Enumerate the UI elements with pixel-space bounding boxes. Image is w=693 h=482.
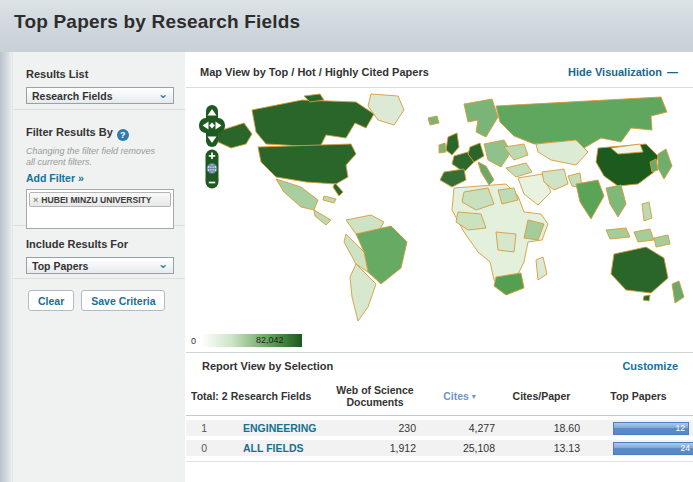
sidebar-actions: Clear Save Criteria bbox=[13, 279, 185, 311]
map-pan-control[interactable] bbox=[199, 105, 225, 147]
remove-filter-icon[interactable]: × bbox=[33, 195, 38, 205]
map-region-oceania bbox=[611, 235, 684, 303]
column-header-wos-documents[interactable]: Web of Science Documents bbox=[330, 384, 420, 408]
map-region-asia bbox=[568, 144, 672, 242]
wos-documents-value: 230 bbox=[330, 422, 420, 434]
customize-link[interactable]: Customize bbox=[622, 360, 678, 372]
hide-visualization-label: Hide Visualization bbox=[568, 66, 662, 78]
column-header-top-papers[interactable]: Top Papers bbox=[584, 390, 693, 402]
top-papers-cell: 24 bbox=[584, 442, 693, 455]
top-papers-bar: 24 bbox=[613, 442, 693, 455]
filter-note: Changing the filter field removes all cu… bbox=[26, 146, 166, 168]
main-panel: Map View by Top / Hot / Highly Cited Pap… bbox=[186, 52, 693, 482]
cites-value: 25,108 bbox=[420, 442, 499, 454]
include-results-section: Include Results For Top Papers ⌄ bbox=[13, 226, 185, 279]
map-region-south-america bbox=[344, 215, 407, 321]
map-zoom-control[interactable] bbox=[205, 149, 219, 189]
map-legend: 0 82,042 bbox=[191, 334, 302, 347]
table-row: 0 ALL FIELDS 1,912 25,108 13.13 24 bbox=[186, 440, 693, 456]
report-header: Report View by Selection Customize bbox=[186, 353, 693, 377]
active-filters-box: × HUBEI MINZU UNIVERSITY bbox=[26, 189, 174, 229]
clear-button[interactable]: Clear bbox=[28, 290, 74, 311]
map-area: 0 82,042 bbox=[186, 88, 693, 352]
cites-per-paper-value: 18.60 bbox=[499, 422, 584, 434]
wos-documents-value: 1,912 bbox=[330, 442, 420, 454]
results-list-dropdown[interactable]: Research Fields ⌄ bbox=[26, 87, 174, 104]
world-choropleth-map[interactable] bbox=[206, 92, 686, 332]
include-results-selected: Top Papers bbox=[32, 260, 88, 272]
results-list-label: Results List bbox=[26, 68, 172, 80]
table-header-row: Total: 2 Research Fields Web of Science … bbox=[186, 377, 693, 416]
legend-gradient-bar: 82,042 bbox=[201, 334, 302, 347]
row-rank: 1 bbox=[186, 422, 212, 434]
column-header-research-fields[interactable]: Research Fields bbox=[212, 390, 330, 402]
column-header-cites-per-paper[interactable]: Cites/Paper bbox=[499, 390, 584, 402]
add-filter-link[interactable]: Add Filter » bbox=[26, 172, 84, 184]
chevron-down-icon: ⌄ bbox=[158, 260, 168, 268]
legend-min-value: 0 bbox=[191, 336, 198, 346]
globe-icon bbox=[207, 164, 217, 174]
row-rank: 0 bbox=[186, 442, 212, 454]
legend-max-value: 82,042 bbox=[256, 335, 284, 345]
top-papers-value: 12 bbox=[676, 423, 688, 433]
filter-tag-label: HUBEI MINZU UNIVERSITY bbox=[41, 195, 151, 205]
left-gutter bbox=[0, 52, 12, 482]
include-results-dropdown[interactable]: Top Papers ⌄ bbox=[26, 257, 174, 274]
field-link[interactable]: ALL FIELDS bbox=[212, 442, 330, 454]
map-view-title: Map View by Top / Hot / Highly Cited Pap… bbox=[200, 66, 429, 78]
sort-descending-icon: ▾ bbox=[472, 392, 476, 401]
filter-heading: Filter Results By bbox=[26, 126, 113, 138]
minus-icon: — bbox=[667, 66, 678, 78]
top-papers-value: 24 bbox=[681, 443, 693, 453]
save-criteria-button[interactable]: Save Criteria bbox=[81, 290, 165, 311]
map-region-north-america bbox=[216, 94, 404, 225]
page-title: Top Papers by Research Fields bbox=[14, 11, 300, 33]
results-list-selected: Research Fields bbox=[32, 90, 113, 102]
column-header-cites[interactable]: Cites ▾ bbox=[420, 390, 499, 403]
cites-value: 4,277 bbox=[420, 422, 499, 434]
map-header: Map View by Top / Hot / Highly Cited Pap… bbox=[186, 52, 693, 88]
total-count: Total: 2 bbox=[186, 390, 212, 402]
report-view-title: Report View by Selection bbox=[202, 360, 333, 372]
page-header: Top Papers by Research Fields bbox=[0, 0, 693, 52]
filter-tag[interactable]: × HUBEI MINZU UNIVERSITY bbox=[29, 192, 171, 207]
sidebar: Results List Research Fields ⌄ Filter Re… bbox=[12, 52, 185, 482]
filter-section: Filter Results By? Changing the filter f… bbox=[13, 110, 185, 226]
field-link[interactable]: ENGINEERING bbox=[212, 422, 330, 434]
top-papers-cell: 12 bbox=[584, 422, 693, 435]
cites-per-paper-value: 13.13 bbox=[499, 442, 584, 454]
chevron-down-icon: ⌄ bbox=[158, 90, 168, 98]
hide-visualization-link[interactable]: Hide Visualization— bbox=[568, 66, 678, 78]
table-body: 1 ENGINEERING 230 4,277 18.60 12 0 ALL F… bbox=[186, 420, 693, 462]
top-papers-bar: 12 bbox=[613, 422, 689, 435]
help-icon[interactable]: ? bbox=[117, 129, 129, 141]
results-list-section: Results List Research Fields ⌄ bbox=[13, 52, 185, 110]
table-row: 1 ENGINEERING 230 4,277 18.60 12 bbox=[186, 420, 693, 436]
include-results-label: Include Results For bbox=[26, 238, 172, 250]
